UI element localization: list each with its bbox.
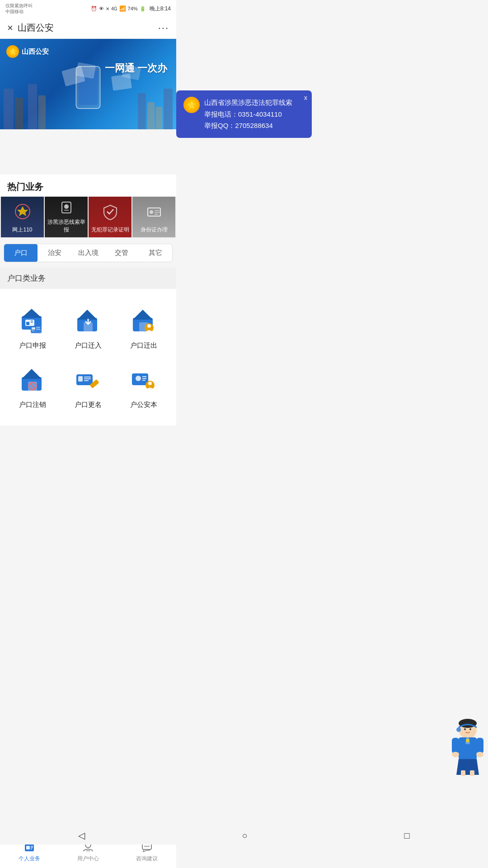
business-section: 户口申报 户口迁入 [0, 289, 176, 425]
svg-rect-13 [26, 322, 29, 325]
svg-point-29 [147, 324, 151, 328]
svg-rect-15 [31, 322, 33, 323]
logo-icon: ⭐ [6, 45, 19, 58]
service-card-report[interactable]: 涉黑涉恶线索举报 [45, 197, 88, 237]
battery-percent: 74% [128, 6, 138, 11]
hu-gong-an-icon [128, 364, 159, 395]
svg-point-48 [148, 382, 152, 385]
hu-gong-an-label: 户公安本 [130, 401, 157, 409]
business-item-hukou-zhu[interactable]: 户口注销 [5, 357, 60, 416]
hukou-shen-icon [17, 305, 48, 336]
business-item-hu-gong-an[interactable]: 户公安本 [116, 357, 172, 416]
hot-services-label: 热门业务 [0, 175, 176, 197]
card-report-icon [57, 197, 75, 218]
hukou-chu-icon [128, 305, 159, 336]
svg-rect-14 [31, 321, 33, 321]
signal-icon: 📶 [119, 5, 126, 12]
popup-overlay: ⭐ 山西省涉黑涉恶违法犯罪线索 举报电话：0351-4034110 举报QQ：2… [0, 90, 176, 138]
eye-icon: 👁 [99, 6, 104, 11]
tab-churujing[interactable]: 出入境 [71, 244, 105, 262]
hukou-zhu-icon [17, 364, 48, 395]
business-item-hukou-chu[interactable]: 户口迁出 [116, 298, 172, 357]
hukou-qian-label: 户口迁入 [75, 341, 102, 350]
battery-icon: 🔋 [140, 6, 146, 12]
nav-left: × 山西公安 [7, 22, 54, 34]
service-grid: 网上110 涉黑涉恶线索举报 无犯罪记录证明 [0, 197, 176, 238]
svg-marker-1 [17, 206, 28, 216]
banner-logo: ⭐ 山西公安 [6, 45, 49, 58]
svg-rect-17 [32, 327, 35, 330]
business-grid: 户口申报 户口迁入 [0, 298, 176, 416]
status-bar: 仅限紧急呼叫 中国移动 ⏰ 👁 ✕ 4G 📶 74% 🔋 晚上8:14 [0, 0, 176, 17]
card-110-icon [14, 197, 32, 226]
section-header: 户口类业务 [0, 268, 176, 289]
service-card-110[interactable]: 网上110 [1, 197, 44, 237]
tab-qita[interactable]: 其它 [139, 244, 172, 262]
service-card-crime[interactable]: 无犯罪记录证明 [89, 197, 131, 237]
nav-bar: × 山西公安 ··· [0, 17, 176, 39]
tab-zhian[interactable]: 治安 [38, 244, 71, 262]
signal-x-icon: ✕ [106, 6, 109, 11]
hukou-geng-icon [73, 364, 103, 395]
service-card-crime-label: 无犯罪记录证明 [91, 226, 129, 234]
service-card-id[interactable]: 身份证办理 [132, 197, 175, 237]
tab-jiaoguan[interactable]: 交管 [105, 244, 138, 262]
page-title: 山西公安 [18, 22, 54, 34]
close-button[interactable]: × [7, 22, 13, 34]
business-item-hukou-qian[interactable]: 户口迁入 [60, 298, 116, 357]
svg-marker-26 [133, 310, 153, 320]
service-card-report-label: 涉黑涉恶线索举报 [45, 218, 88, 234]
service-card-110-label: 网上110 [12, 226, 32, 234]
hukou-shen-label: 户口申报 [19, 341, 46, 350]
hukou-zhu-label: 户口注销 [19, 401, 46, 409]
status-carrier: 仅限紧急呼叫 中国移动 [5, 3, 33, 14]
svg-rect-20 [32, 330, 34, 331]
hukou-geng-label: 户口更名 [75, 401, 102, 409]
hukou-chu-label: 户口迁出 [130, 341, 157, 350]
hukou-qian-icon [73, 305, 103, 336]
svg-marker-22 [77, 310, 97, 320]
svg-point-6 [150, 210, 153, 214]
status-icons: ⏰ 👁 ✕ 4G 📶 74% 🔋 晚上8:14 [91, 5, 171, 13]
more-button[interactable]: ··· [158, 22, 169, 34]
svg-marker-11 [22, 309, 42, 318]
business-item-hukou-geng[interactable]: 户口更名 [60, 357, 116, 416]
time-display: 晚上8:14 [150, 5, 171, 13]
card-crime-icon [101, 197, 119, 226]
card-id-icon [145, 197, 163, 226]
svg-marker-31 [22, 369, 42, 379]
service-card-id-label: 身份证办理 [141, 226, 168, 234]
alarm-icon: ⏰ [91, 6, 97, 12]
tab-hukou[interactable]: 户口 [4, 244, 38, 262]
category-tabs: 户口 治安 出入境 交管 其它 [4, 244, 173, 262]
svg-point-43 [136, 376, 141, 381]
svg-point-3 [64, 204, 69, 209]
logo-text: 山西公安 [22, 47, 49, 56]
business-item-hukou-shen[interactable]: 户口申报 [5, 298, 60, 357]
4g-icon: 4G [111, 6, 117, 11]
svg-rect-36 [78, 376, 83, 382]
